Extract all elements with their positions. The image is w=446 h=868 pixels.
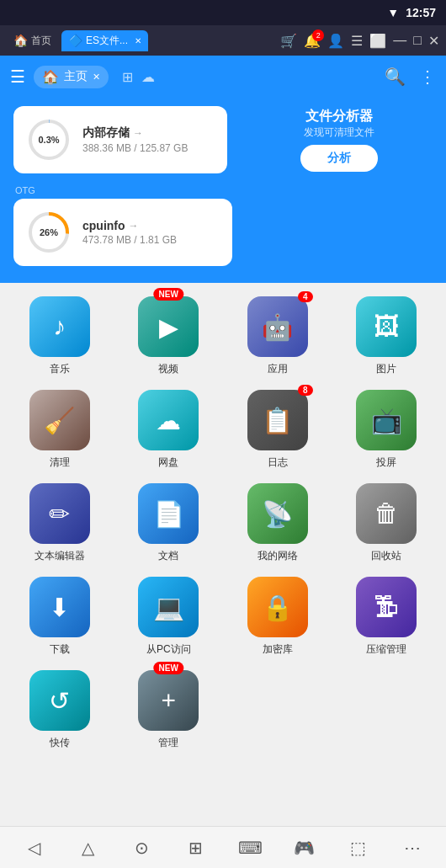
cloud-icon[interactable]: ☁: [141, 69, 155, 85]
app-icon-symbol-music: ♪: [53, 312, 66, 341]
app-item-share[interactable]: ↺快传: [7, 670, 113, 750]
app-icon-symbol-log: 📋: [262, 406, 293, 435]
new-badge-manage: NEW: [154, 662, 183, 674]
app-label-video: 视频: [158, 362, 178, 376]
app-item-music[interactable]: ♪音乐: [7, 296, 113, 376]
recents-button[interactable]: ⊞: [178, 829, 215, 866]
menu-icon[interactable]: ☰: [351, 33, 363, 49]
user-icon[interactable]: 👤: [327, 33, 344, 49]
minimize-icon[interactable]: —: [393, 33, 406, 48]
app-item-doc[interactable]: 📄文档: [116, 483, 222, 563]
search-button[interactable]: 🔍: [385, 67, 406, 87]
notification-icon-wrap[interactable]: 🔔 2: [304, 33, 321, 49]
app-icon-text: ✏: [29, 483, 90, 544]
blue-section: 0.3% 内部存储 → 388.36 MB / 125.87 GB 文件分析器 …: [0, 98, 446, 283]
home-tab[interactable]: 🏠 首页: [7, 30, 58, 51]
more-nav-button[interactable]: ⋯: [394, 829, 431, 866]
internal-storage-size: 388.36 MB / 125.87 GB: [82, 142, 188, 154]
app-icon-symbol-text: ✏: [49, 499, 70, 529]
analyzer-title: 文件分析器: [305, 108, 373, 125]
internal-storage-info: 内部存储 → 388.36 MB / 125.87 GB: [82, 125, 188, 154]
back-button[interactable]: ◁: [15, 829, 52, 866]
restore-icon[interactable]: □: [413, 33, 422, 48]
app-label-zip: 压缩管理: [366, 642, 406, 657]
app-item-network[interactable]: 📡我的网络: [225, 483, 331, 563]
otg-storage-arrow: →: [129, 220, 139, 232]
app-icon-symbol-cast: 📺: [371, 406, 402, 435]
otg-storage-info: cpuinfo → 473.78 MB / 1.81 GB: [82, 219, 177, 246]
breadcrumb-home-icon: 🏠: [42, 69, 59, 85]
breadcrumb-close-button[interactable]: ✕: [93, 72, 100, 83]
app-label-download: 下载: [50, 642, 70, 657]
wifi-icon: ▼: [387, 6, 399, 19]
app-icon-symbol-manage: +: [161, 686, 176, 715]
app-icon-symbol-app: 🤖: [262, 312, 293, 342]
app-icon-network: 📡: [247, 483, 308, 544]
app-item-trash[interactable]: 🗑回收站: [334, 483, 440, 563]
analyze-button[interactable]: 分析: [300, 145, 378, 172]
app-item-manage[interactable]: NEW+管理: [116, 670, 222, 750]
app-item-cast[interactable]: 📺投屏: [334, 390, 440, 470]
app-icon-symbol-image: 🖼: [374, 312, 399, 341]
otg-storage-size: 473.78 MB / 1.81 GB: [82, 234, 177, 246]
close-icon[interactable]: ✕: [428, 33, 439, 49]
screen-button[interactable]: ⬚: [340, 829, 377, 866]
internal-storage-name: 内部存储 →: [82, 125, 188, 141]
otg-storage-card[interactable]: 26% cpuinfo → 473.78 MB / 1.81 GB: [13, 199, 232, 266]
app-label-pc: 从PC访问: [146, 642, 191, 657]
app-icon-cloud: ☁: [138, 390, 199, 450]
app-label-doc: 文档: [158, 549, 178, 563]
tab-close-button[interactable]: ✕: [135, 36, 141, 45]
new-badge-video: NEW: [154, 288, 183, 301]
internal-storage-percent: 0.3%: [38, 135, 59, 145]
app-item-cloud[interactable]: ☁网盘: [116, 390, 222, 470]
app-icon-trash: 🗑: [356, 483, 417, 544]
keyboard-button[interactable]: ⌨: [231, 829, 268, 866]
app-icon-doc: 📄: [138, 483, 199, 544]
app-label-music: 音乐: [50, 362, 70, 376]
app-item-pc[interactable]: 💻从PC访问: [116, 577, 222, 657]
otg-storage-progress: 26%: [27, 210, 71, 254]
view-grid-icon[interactable]: ⊞: [122, 69, 133, 85]
app-item-clean[interactable]: 🧹清理: [7, 390, 113, 470]
app-item-video[interactable]: NEW▶视频: [116, 296, 222, 376]
cart-icon[interactable]: 🛒: [280, 33, 297, 49]
app-icon-symbol-cloud: ☁: [156, 406, 181, 435]
internal-storage-card[interactable]: 0.3% 内部存储 → 388.36 MB / 125.87 GB: [13, 106, 227, 173]
app-icon-vault: 🔒: [247, 577, 308, 637]
app-icon-music: ♪: [29, 296, 90, 357]
app-icon-symbol-clean: 🧹: [44, 406, 75, 435]
es-tab-label: ES文件...: [86, 34, 128, 48]
assist-button[interactable]: ⊙: [124, 829, 161, 866]
app-icon-app: 4🤖: [247, 296, 308, 357]
app-item-zip[interactable]: 🗜压缩管理: [334, 577, 440, 657]
app-icon-symbol-video: ▶: [159, 312, 178, 342]
tab-bar-right: 🛒 🔔 2 👤 ☰ ⬜ — □ ✕: [280, 33, 439, 49]
app-item-vault[interactable]: 🔒加密库: [225, 577, 331, 657]
hamburger-button[interactable]: ☰: [10, 67, 25, 87]
es-file-tab[interactable]: 🔷 ES文件... ✕: [61, 30, 148, 51]
app-header: ☰ 🏠 主页 ✕ ⊞ ☁ 🔍 ⋮: [0, 56, 446, 98]
breadcrumb-tab[interactable]: 🏠 主页 ✕: [34, 66, 109, 88]
status-bar: ▼ 12:57: [0, 0, 446, 25]
gamepad-button[interactable]: 🎮: [285, 829, 322, 866]
app-item-download[interactable]: ⬇下载: [7, 577, 113, 657]
app-label-text: 文本编辑器: [35, 549, 85, 563]
app-label-clean: 清理: [50, 455, 70, 470]
app-grid: ♪音乐NEW▶视频4🤖应用🖼图片🧹清理☁网盘8📋日志📺投屏✏文本编辑器📄文档📡我…: [0, 283, 446, 757]
header-right: 🔍 ⋮: [385, 67, 436, 87]
home-button[interactable]: △: [69, 829, 106, 866]
internal-storage-arrow: →: [133, 127, 143, 139]
app-item-text[interactable]: ✏文本编辑器: [7, 483, 113, 563]
app-item-image[interactable]: 🖼图片: [334, 296, 440, 376]
app-label-image: 图片: [376, 362, 396, 376]
more-button[interactable]: ⋮: [419, 67, 436, 87]
home-tab-label: 首页: [31, 34, 51, 48]
app-item-app[interactable]: 4🤖应用: [225, 296, 331, 376]
otg-label: OTG: [15, 185, 433, 195]
app-item-log[interactable]: 8📋日志: [225, 390, 331, 470]
app-icon-download: ⬇: [29, 577, 90, 637]
otg-storage-percent: 26%: [40, 227, 58, 237]
window-icon[interactable]: ⬜: [369, 33, 386, 49]
home-icon: 🏠: [13, 34, 28, 47]
